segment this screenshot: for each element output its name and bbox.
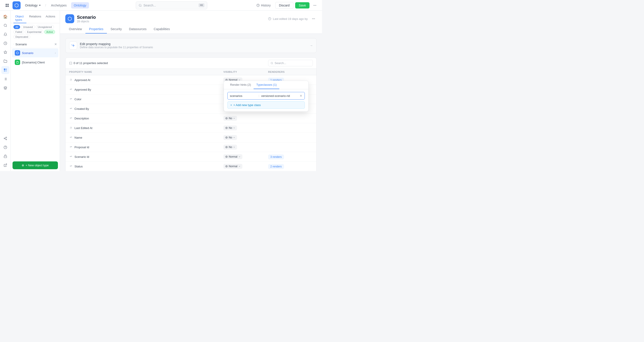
sidebar-icon-layers[interactable] [1, 84, 10, 92]
sidebar-icon-history[interactable] [1, 39, 10, 47]
more-options-button[interactable] [311, 2, 318, 9]
new-object-type-button[interactable]: ⊕ + New object type [12, 162, 58, 169]
banner-text: Edit property mapping Define data source… [80, 42, 153, 49]
sidebar-icon-share[interactable] [1, 134, 10, 143]
filter-active[interactable]: Active [44, 30, 55, 34]
main-content: Scenario 28 objects Last edited 19 days … [60, 11, 322, 171]
property-description: ❝❞ Description [69, 117, 224, 120]
object-search-input[interactable] [16, 43, 53, 46]
typeclass-key-input[interactable] [230, 94, 257, 98]
filter-failed[interactable]: Failed [14, 30, 24, 34]
sidebar-icon-home[interactable]: 🏠 [1, 12, 10, 20]
object-item-client[interactable]: [Scenarios] Client [12, 58, 58, 67]
svg-point-25 [6, 139, 7, 140]
visibility-proposal-id[interactable]: No [224, 145, 268, 150]
visibility-description[interactable]: No [224, 116, 268, 121]
tab-object-types[interactable]: Object types [14, 13, 26, 23]
object-label-scenario: Scenario [22, 51, 53, 55]
content-tabs: Overview Properties Security Datasources… [65, 23, 317, 33]
table-row: ❝❞ Name No [66, 133, 316, 143]
archetypes-tab[interactable]: Archetypes [48, 2, 69, 8]
sidebar-icon-puzzle[interactable] [1, 66, 10, 74]
tab-properties[interactable]: Properties [86, 25, 107, 33]
tab-capabilities[interactable]: Capabilities [150, 25, 173, 33]
chevron-right-icon: › [55, 52, 56, 54]
sidebar-icon-folder[interactable] [1, 57, 10, 65]
clock-type-icon: ⏱ [69, 79, 73, 81]
global-search[interactable]: Search... ⌘K [136, 1, 207, 9]
property-color: ❝❞ Color [69, 98, 224, 101]
table-row: ❝❞ Description No [66, 114, 316, 123]
object-item-scenario[interactable]: Scenario › [12, 48, 58, 57]
filter-deprecated[interactable]: Deprecated [14, 35, 30, 39]
table-header: 0 of 11 properties selected Search... [66, 58, 316, 69]
ontology-dropdown[interactable]: Ontology [23, 3, 43, 8]
sidebar-icon-list[interactable] [1, 75, 10, 83]
tab-actions[interactable]: Actions [44, 13, 57, 23]
visibility-name[interactable]: No [224, 135, 268, 140]
visibility-last-edited[interactable]: No [224, 126, 268, 130]
tab-datasources[interactable]: Datasources [126, 25, 150, 33]
visibility-status[interactable]: Normal [224, 164, 268, 169]
sidebar-icon-lock[interactable] [1, 152, 10, 160]
property-status: ❝❞ Status [69, 165, 224, 168]
filter-experimental[interactable]: Experimental [25, 30, 44, 34]
svg-point-32 [14, 44, 14, 44]
header-meta: Last edited 19 days ago by [268, 17, 308, 20]
popup-tab-render-hints[interactable]: Render hints (2) [228, 81, 254, 89]
svg-point-47 [226, 147, 227, 148]
ontology-tab[interactable]: Ontology [71, 2, 89, 8]
svg-line-26 [5, 139, 6, 139]
search-shortcut: ⌘K [198, 3, 204, 7]
object-search-row: ✕ [11, 41, 60, 48]
sidebar-icon-external-link[interactable] [1, 161, 10, 169]
renders-scenario-id[interactable]: 3 renders [268, 155, 313, 159]
svg-rect-0 [6, 4, 7, 5]
visibility-scenario-id[interactable]: Normal [224, 154, 268, 159]
svg-point-6 [314, 5, 314, 5]
property-approved-at: ⏱ Approved At [69, 78, 224, 82]
save-button[interactable]: Save [295, 2, 310, 8]
scenario-header-icon [65, 14, 74, 23]
dropdown-icon [233, 117, 235, 119]
tab-security[interactable]: Security [107, 25, 126, 33]
sidebar-icon-search[interactable] [1, 21, 10, 29]
popup-tab-typeclasses[interactable]: Typeclasses (1) [254, 81, 279, 89]
history-button[interactable]: History [254, 2, 274, 8]
renders-status[interactable]: 2 renders [268, 165, 313, 168]
sidebar-icon-question[interactable] [1, 143, 10, 151]
add-typeclass-button[interactable]: + + Add new type class [228, 101, 305, 109]
filter-all[interactable]: All [14, 25, 20, 29]
header-more-button[interactable] [310, 16, 317, 22]
grid-icon [4, 2, 11, 9]
svg-marker-22 [4, 86, 7, 88]
quote-type-icon: ❝❞ [69, 146, 73, 149]
eye-icon [225, 146, 228, 149]
filter-unsaved[interactable]: Unsaved [21, 25, 35, 29]
discard-button[interactable]: Discard [275, 2, 294, 9]
table-row: ⏱ Last Edited At No [66, 123, 316, 133]
svg-rect-1 [8, 4, 9, 5]
typeclass-clear-button[interactable]: ✕ [300, 94, 302, 98]
tab-relations[interactable]: Relations [27, 13, 43, 23]
quote-type-icon: ❝❞ [69, 88, 73, 91]
dropdown-icon [233, 127, 235, 129]
typeclass-item: : versioned-scenario-rid ✕ [228, 92, 305, 100]
svg-point-23 [6, 137, 7, 138]
tab-overview[interactable]: Overview [65, 25, 86, 33]
object-label-client: [Scenarios] Client [22, 61, 56, 64]
svg-rect-14 [4, 70, 5, 72]
typeclass-separator: : [258, 94, 260, 98]
sidebar-icon-star[interactable] [1, 48, 10, 56]
svg-marker-11 [4, 51, 7, 54]
search-icon [14, 43, 14, 46]
filter-unregistered[interactable]: Unregistered [36, 25, 54, 29]
svg-point-44 [226, 118, 227, 119]
header-title-group: Scenario 28 objects [77, 15, 96, 23]
edit-mapping-banner[interactable]: Edit property mapping Define data source… [65, 38, 317, 53]
main-layout: 🏠 [0, 11, 322, 171]
sidebar-icon-bell[interactable] [1, 30, 10, 38]
search-icon [139, 4, 142, 7]
search-clear-button[interactable]: ✕ [54, 42, 57, 46]
property-search[interactable]: Search... [268, 60, 313, 66]
